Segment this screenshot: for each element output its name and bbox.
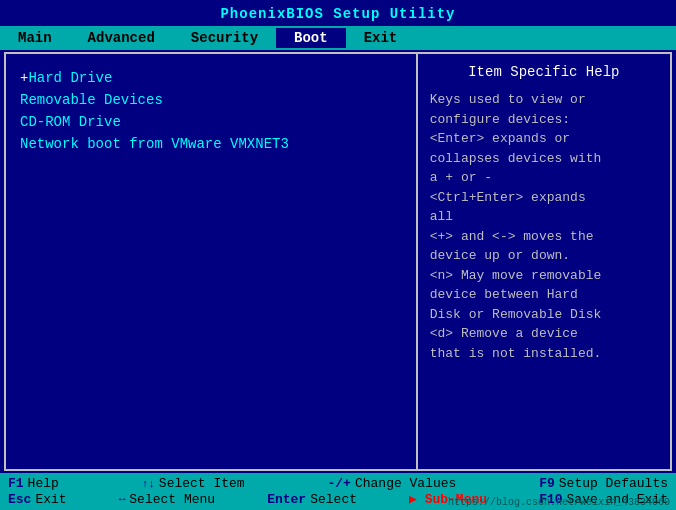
label-setup-defaults: Setup Defaults [559, 476, 668, 491]
help-panel: Item Specific Help Keys used to view or … [418, 54, 670, 469]
status-f1-help: F1 Help [8, 476, 59, 491]
watermark: https://blog.csdn.net/weixin_43834060 [448, 497, 670, 508]
status-row-1: F1 Help ↑↓ Select Item -/+ Change Values… [8, 476, 668, 491]
nav-main[interactable]: Main [0, 28, 70, 48]
key-esc: Esc [8, 492, 31, 507]
title-bar: PhoenixBIOS Setup Utility [0, 0, 676, 26]
status-plusminus-values: -/+ Change Values [328, 476, 457, 491]
nav-menu: Main Advanced Security Boot Exit [0, 26, 676, 50]
help-text: Keys used to view or configure devices: … [430, 90, 658, 363]
boot-item-cdrom[interactable]: CD-ROM Drive [20, 114, 402, 130]
main-content: Hard Drive Removable Devices CD-ROM Driv… [4, 52, 672, 471]
boot-order-panel: Hard Drive Removable Devices CD-ROM Driv… [6, 54, 418, 469]
app-title: PhoenixBIOS Setup Utility [220, 6, 455, 22]
boot-item-harddrive[interactable]: Hard Drive [20, 70, 402, 86]
key-leftright: ↔ [119, 493, 126, 505]
key-updown: ↑↓ [142, 478, 155, 490]
label-change-values: Change Values [355, 476, 456, 491]
help-title: Item Specific Help [430, 64, 658, 80]
status-updown-select: ↑↓ Select Item [142, 476, 245, 491]
status-leftright-menu: ↔ Select Menu [119, 492, 215, 507]
nav-boot[interactable]: Boot [276, 28, 346, 48]
nav-advanced[interactable]: Advanced [70, 28, 173, 48]
boot-item-removable[interactable]: Removable Devices [20, 92, 402, 108]
label-select: Select [310, 492, 357, 507]
key-plusminus: -/+ [328, 476, 351, 491]
label-select-item: Select Item [159, 476, 245, 491]
nav-exit[interactable]: Exit [346, 28, 416, 48]
nav-security[interactable]: Security [173, 28, 276, 48]
boot-item-network[interactable]: Network boot from VMware VMXNET3 [20, 136, 402, 152]
label-exit: Exit [35, 492, 66, 507]
label-help: Help [28, 476, 59, 491]
bios-container: PhoenixBIOS Setup Utility Main Advanced … [0, 0, 676, 510]
key-f1: F1 [8, 476, 24, 491]
key-f9: F9 [539, 476, 555, 491]
status-esc-exit: Esc Exit [8, 492, 67, 507]
status-enter-select: Enter Select [267, 492, 357, 507]
key-enter: Enter [267, 492, 306, 507]
label-select-menu: Select Menu [129, 492, 215, 507]
status-f9-defaults: F9 Setup Defaults [539, 476, 668, 491]
